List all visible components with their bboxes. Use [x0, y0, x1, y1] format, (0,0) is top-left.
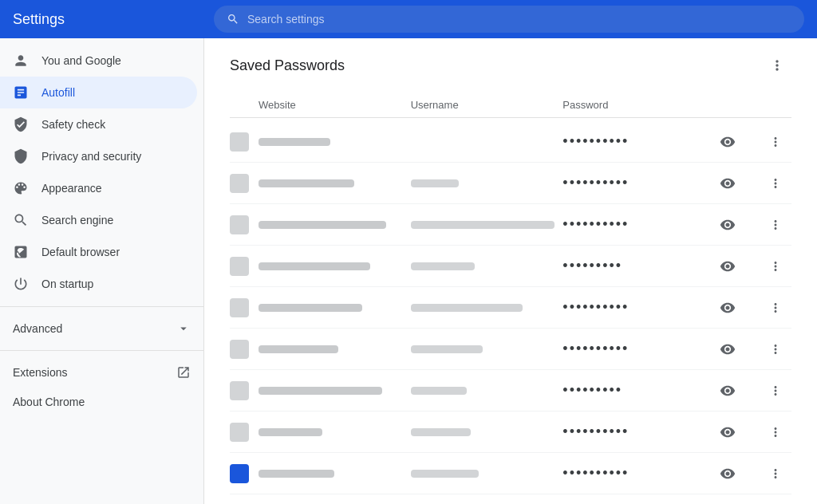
table-row: ••••••••••: [230, 204, 791, 246]
site-favicon: [230, 257, 259, 276]
website-cell: [259, 428, 411, 436]
password-cell: ••••••••••: [562, 465, 715, 482]
website-cell: [259, 304, 411, 312]
table-row: ••••••••••: [230, 494, 791, 504]
header: Settings: [0, 0, 817, 38]
sidebar-divider-1: [0, 306, 203, 307]
sidebar-item-appearance-label: Appearance: [41, 182, 102, 195]
row-more-button[interactable]: [763, 171, 788, 196]
sidebar-item-autofill[interactable]: Autofill: [0, 77, 197, 108]
username-cell: [411, 384, 563, 398]
table-row: ••••••••••: [230, 287, 791, 329]
username-cell: [411, 218, 563, 232]
password-cell: ••••••••••: [562, 216, 715, 233]
site-favicon: [230, 174, 259, 193]
site-favicon: [230, 215, 259, 234]
website-cell: [259, 470, 411, 478]
row-more-button[interactable]: [763, 295, 788, 321]
table-row: •••••••••: [230, 370, 791, 411]
palette-icon: [13, 180, 29, 196]
username-cell: [411, 301, 563, 315]
password-cell: ••••••••••: [562, 423, 715, 440]
more-options-button[interactable]: [763, 51, 791, 80]
content-header: Saved Passwords: [230, 51, 791, 80]
sidebar-item-default-browser-label: Default browser: [41, 246, 120, 258]
username-cell: [411, 467, 563, 481]
table-row: ••••••••••: [230, 453, 791, 494]
show-password-button[interactable]: [715, 171, 740, 196]
sidebar-item-advanced[interactable]: Advanced: [0, 313, 203, 344]
username-cell: [411, 342, 563, 356]
show-password-button[interactable]: [715, 212, 740, 238]
sidebar-divider-2: [0, 350, 203, 351]
password-cell: ••••••••••: [562, 341, 715, 357]
search-bar[interactable]: [214, 6, 804, 33]
show-password-button[interactable]: [715, 378, 740, 404]
sidebar-item-on-startup[interactable]: On startup: [0, 268, 197, 300]
website-cell: [259, 345, 411, 353]
sidebar-item-privacy-label: Privacy and security: [41, 150, 141, 163]
sidebar-item-search-engine[interactable]: Search engine: [0, 204, 197, 236]
website-cell: [259, 387, 411, 395]
show-password-button[interactable]: [715, 419, 740, 445]
site-favicon: [230, 423, 259, 442]
row-more-button[interactable]: [763, 461, 788, 486]
show-password-button[interactable]: [715, 337, 740, 362]
sidebar-item-extensions[interactable]: Extensions: [0, 357, 203, 388]
password-list: •••••••••• ••••••••••: [230, 121, 791, 504]
sidebar: You and Google Autofill Safety check: [0, 38, 204, 504]
username-cell: [411, 176, 563, 191]
shield-icon: [13, 116, 29, 132]
table-row: ••••••••••: [230, 163, 791, 204]
sidebar-item-safety-check[interactable]: Safety check: [0, 108, 197, 140]
content-area: Saved Passwords Website Username Passwor…: [204, 38, 817, 504]
sidebar-item-privacy[interactable]: Privacy and security: [0, 140, 197, 172]
sidebar-item-safety-check-label: Safety check: [41, 118, 105, 131]
username-cell: [411, 259, 563, 274]
show-password-button[interactable]: [715, 295, 740, 321]
app-title: Settings: [13, 11, 204, 28]
col-username: Username: [411, 99, 563, 111]
password-cell: •••••••••: [562, 258, 715, 274]
col-website: Website: [259, 99, 411, 111]
website-cell: [259, 221, 411, 229]
username-cell: [411, 425, 563, 439]
site-favicon: [230, 340, 259, 359]
row-more-button[interactable]: [763, 378, 788, 404]
password-cell: ••••••••••: [562, 133, 715, 150]
sidebar-item-you-and-google-label: You and Google: [41, 54, 121, 67]
advanced-label: Advanced: [13, 322, 62, 335]
website-cell: [259, 262, 411, 270]
sidebar-item-you-and-google[interactable]: You and Google: [0, 45, 197, 77]
table-row: ••••••••••: [230, 411, 791, 453]
row-more-button[interactable]: [763, 419, 788, 445]
sidebar-item-appearance[interactable]: Appearance: [0, 172, 197, 204]
site-favicon: [230, 132, 259, 152]
show-password-button[interactable]: [715, 461, 740, 486]
row-more-button[interactable]: [763, 254, 788, 279]
password-cell: ••••••••••: [562, 175, 715, 191]
sidebar-item-default-browser[interactable]: Default browser: [0, 236, 197, 268]
search-icon: [227, 13, 239, 26]
autofill-icon: [13, 85, 29, 100]
password-cell: ••••••••••: [562, 299, 715, 316]
website-cell: [259, 179, 411, 187]
about-chrome-label: About Chrome: [13, 396, 85, 408]
person-icon: [13, 53, 29, 69]
sidebar-item-search-engine-label: Search engine: [41, 214, 113, 226]
password-cell: •••••••••: [562, 382, 715, 399]
show-password-button[interactable]: [715, 129, 740, 155]
search-input[interactable]: [247, 13, 791, 26]
row-more-button[interactable]: [763, 129, 788, 155]
show-password-button[interactable]: [715, 254, 740, 279]
power-icon: [13, 276, 29, 292]
privacy-icon: [13, 148, 29, 164]
row-more-button[interactable]: [763, 337, 788, 362]
main-layout: You and Google Autofill Safety check: [0, 38, 817, 504]
chevron-down-icon: [176, 321, 191, 336]
col-password: Password: [562, 99, 715, 111]
sidebar-item-about-chrome[interactable]: About Chrome: [0, 388, 203, 416]
site-favicon: [230, 464, 259, 483]
row-more-button[interactable]: [763, 212, 788, 238]
external-link-icon: [176, 365, 191, 380]
